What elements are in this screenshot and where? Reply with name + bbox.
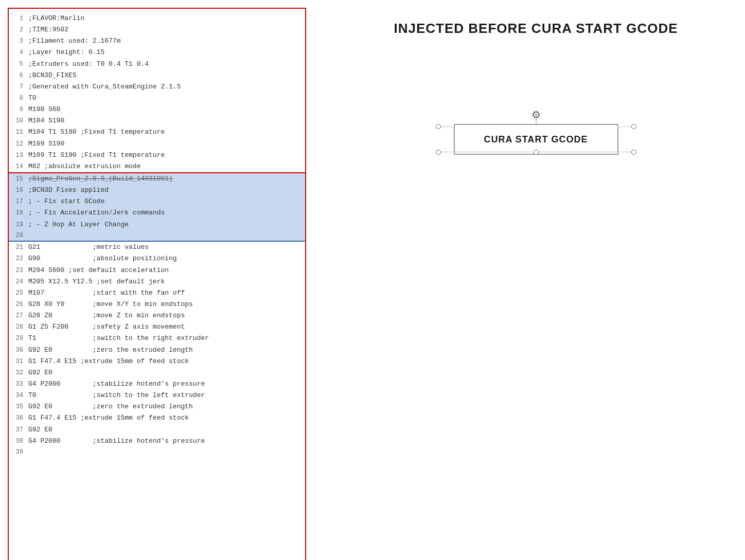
table-row: 27G28 Z0 ;move Z to min endstops: [9, 310, 305, 321]
table-row: 12M109 S190: [9, 138, 305, 150]
table-row: 13M109 T1 S190 ;Fixed T1 temperature: [9, 150, 305, 161]
line-number: 35: [9, 402, 28, 412]
table-row: 14M82 ;absolute extrusion mode: [9, 161, 305, 172]
table-row: 22G90 ;absolute positioning: [9, 253, 305, 264]
table-row: 3;Filament used: 2.1677m: [9, 35, 305, 47]
line-number: 32: [9, 368, 28, 378]
line-number: 9: [9, 105, 28, 115]
side-circle-left-bottom: [436, 150, 441, 155]
line-content: ;Extruders used: T0 0.4 T1 0.4: [28, 59, 305, 69]
right-panel: INJECTED BEFORE CURA START GCODE ⚙ CURA …: [306, 0, 745, 560]
line-content: M190 S60: [28, 104, 305, 115]
line-number: 11: [9, 128, 28, 137]
table-row: 9M190 S60: [9, 104, 305, 115]
line-number: 2: [9, 25, 28, 35]
table-row: 8T0: [9, 93, 305, 104]
line-number: 10: [9, 116, 28, 126]
table-row: 32G92 E0: [9, 367, 305, 378]
line-number: 23: [9, 266, 28, 276]
line-content: ;Layer height: 0.15: [28, 47, 305, 58]
table-row: 37G92 E0: [9, 424, 305, 436]
table-row: 34T0 ;switch to the left extruder: [9, 390, 305, 401]
line-number: 34: [9, 391, 28, 401]
line-content: G1 F47.4 E15 ;extrude 15mm of feed stock: [28, 356, 305, 367]
line-number: 24: [9, 277, 28, 287]
line-number: 17: [9, 197, 28, 207]
side-circle-right: [631, 124, 636, 129]
line-number: 39: [9, 447, 28, 457]
line-content: M109 T1 S190 ;Fixed T1 temperature: [28, 150, 305, 160]
node-label: CURA START GCODE: [484, 134, 588, 145]
table-row: 10M104 S190: [9, 115, 305, 127]
line-content: M205 X12.5 Y12.5 ;set default jerk: [28, 277, 305, 287]
table-row: 1;FLAVOR:Marlin: [9, 13, 305, 24]
line-content: M82 ;absolute extrusion mode: [28, 161, 305, 172]
table-row: 18; - Fix Acceleration/Jerk commands: [9, 207, 305, 219]
node-diagram: ⚙ CURA START GCODE: [438, 109, 634, 170]
table-row: 31G1 F47.4 E15 ;extrude 15mm of feed sto…: [9, 356, 305, 367]
line-content: ;FLAVOR:Marlin: [28, 13, 305, 24]
line-number: 1: [9, 14, 28, 24]
line-content: T1 ;switch to the right extruder: [28, 333, 305, 344]
table-row: 5;Extruders used: T0 0.4 T1 0.4: [9, 59, 305, 70]
line-number: 3: [9, 37, 28, 46]
center-circle-bottom: [534, 150, 539, 155]
side-circle-right-bottom: [631, 150, 636, 155]
side-circle-left: [436, 124, 441, 129]
line-number: 13: [9, 151, 28, 160]
line-number: 8: [9, 94, 28, 103]
line-number: 33: [9, 380, 28, 389]
table-row: 26G28 X0 Y0 ;move X/Y to min endstops: [9, 299, 305, 310]
line-number: 4: [9, 48, 28, 58]
table-row: 30G92 E0 ;zero the extruded length: [9, 345, 305, 356]
line-content: M107 ;start with the fan off: [28, 288, 305, 298]
line-number: 28: [9, 322, 28, 332]
table-row: 28G1 Z5 F200 ;safety Z axis movement: [9, 321, 305, 333]
table-row: 33G4 P2000 ;stabilize hotend's pressure: [9, 378, 305, 390]
line-content: T0 ;switch to the left extruder: [28, 390, 305, 401]
line-number: 6: [9, 71, 28, 81]
line-number: 15: [9, 174, 28, 184]
line-content: ;BCN3D_FIXES: [28, 70, 305, 81]
line-number: 5: [9, 60, 28, 69]
table-row: 11M104 T1 S190 ;Fixed T1 temperature: [9, 127, 305, 138]
code-content: 1;FLAVOR:Marlin2;TIME:95023;Filament use…: [9, 9, 305, 461]
line-content: G90 ;absolute positioning: [28, 254, 305, 264]
line-content: G1 Z5 F200 ;safety Z axis movement: [28, 322, 305, 332]
line-content: M109 S190: [28, 139, 305, 149]
line-number: 22: [9, 254, 28, 264]
line-number: 21: [9, 243, 28, 252]
line-content: G21 ;metric values: [28, 242, 305, 252]
line-content: ;Sigma_ProGen_2.0.9_(Build_14031001): [28, 174, 305, 184]
line-number: 27: [9, 311, 28, 321]
line-content: G4 P2000 ;stabilize hotend's pressure: [28, 436, 305, 446]
table-row: 21G21 ;metric values: [9, 242, 305, 253]
line-content: G92 E0: [28, 368, 305, 378]
line-number: 18: [9, 208, 28, 218]
line-content: G1 F47.4 E15 ;extrude 15mm of feed stock: [28, 413, 305, 423]
line-content: M204 S600 ;set default acceleration: [28, 265, 305, 276]
line-number: 36: [9, 413, 28, 423]
injected-label: INJECTED BEFORE CURA START GCODE: [394, 21, 678, 37]
table-row: 38G4 P2000 ;stabilize hotend's pressure: [9, 436, 305, 447]
line-number: 25: [9, 288, 28, 298]
line-number: 16: [9, 186, 28, 195]
table-row: 36G1 F47.4 E15 ;extrude 15mm of feed sto…: [9, 412, 305, 424]
line-content: ;BCN3D Fixes applied: [28, 185, 305, 195]
table-row: 7;Generated with Cura_SteamEngine 2.1.5: [9, 81, 305, 93]
line-content: M104 S190: [28, 116, 305, 126]
table-row: 19; - Z Hop At Layer Change: [9, 219, 305, 230]
line-content: ;Generated with Cura_SteamEngine 2.1.5: [28, 82, 305, 92]
table-row: 16;BCN3D Fixes applied: [9, 185, 305, 196]
line-content: ; - Z Hop At Layer Change: [28, 220, 305, 230]
line-number: 37: [9, 425, 28, 435]
line-content: G92 E0: [28, 425, 305, 435]
line-number: 20: [9, 231, 28, 241]
table-row: 2;TIME:9502: [9, 24, 305, 35]
line-number: 14: [9, 162, 28, 172]
table-row: 6;BCN3D_FIXES: [9, 70, 305, 81]
table-row: 15;Sigma_ProGen_2.0.9_(Build_14031001): [9, 173, 305, 185]
line-number: 19: [9, 220, 28, 230]
table-row: 25M107 ;start with the fan off: [9, 287, 305, 299]
line-number: 7: [9, 82, 28, 92]
